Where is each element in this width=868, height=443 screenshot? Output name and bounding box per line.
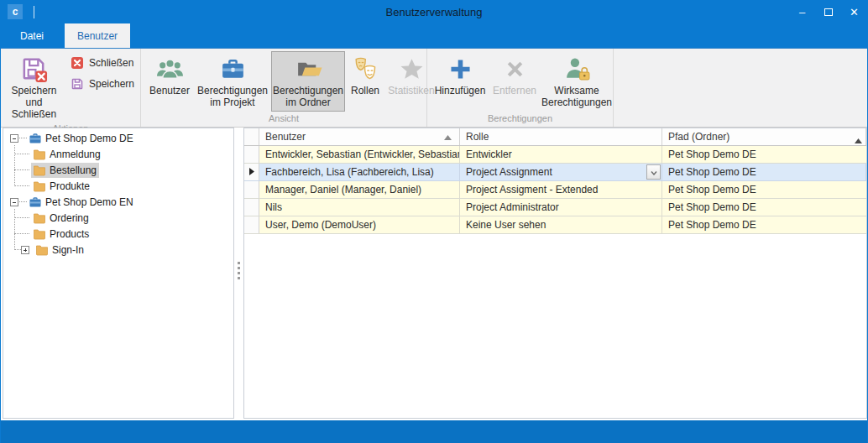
- tree-node-anmeldung[interactable]: Anmeldung: [31, 147, 103, 162]
- rollen-label: Rollen: [351, 86, 379, 97]
- tree-node-project-en[interactable]: Pet Shop Demo EN: [27, 195, 136, 210]
- ribbon-group-berechtigungen: Hinzufügen Entfernen: [427, 49, 614, 127]
- tree-expander[interactable]: [10, 198, 18, 206]
- save-button[interactable]: Speichern: [71, 77, 134, 91]
- row-indicator-cell[interactable]: [244, 181, 259, 198]
- cell-pfad[interactable]: Pet Shop Demo DE: [662, 199, 866, 216]
- column-header-benutzer[interactable]: Benutzer: [259, 128, 460, 145]
- tab-benutzer[interactable]: Benutzer: [65, 23, 130, 48]
- benutzer-view-label: Benutzer: [149, 86, 190, 97]
- cell-pfad[interactable]: Pet Shop Demo DE: [662, 164, 866, 180]
- cell-rolle-editor[interactable]: Project Assignment: [460, 164, 662, 180]
- header-corner-icon[interactable]: [855, 134, 862, 146]
- group-label-berechtigungen: Berechtigungen: [427, 112, 613, 127]
- tree-node-label: Produkte: [50, 180, 90, 192]
- close-icon[interactable]: ✕: [841, 0, 867, 23]
- folder-icon: [35, 243, 49, 257]
- cell-rolle[interactable]: Project Administrator: [460, 199, 662, 216]
- ribbon-tab-row: Datei Benutzer: [1, 23, 867, 48]
- hinzufuegen-button[interactable]: Hinzufügen: [431, 51, 489, 112]
- berechtigungen-ordner-button[interactable]: Berechtigungen im Ordner: [271, 51, 345, 112]
- save-and-close-button[interactable]: Speichern und Schließen: [5, 51, 63, 122]
- column-header-rolle[interactable]: Rolle: [460, 128, 662, 145]
- cell-rolle[interactable]: Project Assigment - Extended: [460, 181, 662, 198]
- app-window: c Benutzerverwaltung – ✕ Datei Benutzer: [0, 0, 868, 443]
- ribbon-group-aktionen: Speichern und Schließen Schließen: [1, 49, 141, 127]
- table-row-selected: Fachbereich, Lisa (Fachbereich, Lisa) Pr…: [244, 164, 866, 181]
- tree-node-label: Sign-In: [52, 244, 84, 256]
- project-icon: [29, 195, 42, 209]
- row-indicator-cell[interactable]: [244, 146, 259, 163]
- cell-benutzer[interactable]: Manager, Daniel (Manager, Daniel): [259, 181, 460, 198]
- main-area: Pet Shop Demo DE Anmeldung: [1, 128, 867, 420]
- cell-pfad[interactable]: Pet Shop Demo DE: [662, 146, 866, 163]
- berechtigungen-ordner-label: Berechtigungen im Ordner: [273, 86, 343, 109]
- role-dropdown-button[interactable]: [646, 164, 661, 180]
- row-indicator-cell[interactable]: [244, 216, 259, 233]
- tree-node-sign-in[interactable]: Sign-In: [34, 242, 86, 258]
- save-and-close-label: Speichern und Schließen: [9, 86, 59, 120]
- berechtigungen-projekt-button[interactable]: Berechtigungen im Projekt: [196, 51, 269, 112]
- table-row: Entwickler, Sebastian (Entwickler, Sebas…: [244, 146, 866, 164]
- splitter-grip-icon: [238, 262, 240, 279]
- tree-expander[interactable]: [10, 134, 18, 143]
- tree-expander[interactable]: [21, 246, 29, 254]
- save-label: Speichern: [89, 78, 134, 90]
- tree-node-bestellung[interactable]: Bestellung: [31, 163, 99, 178]
- ribbon-group-ansicht: Benutzer Berechtigungen im Projekt: [141, 49, 427, 127]
- wirksame-berechtigungen-button[interactable]: Wirksame Berechtigungen: [541, 51, 613, 112]
- cell-benutzer[interactable]: Entwickler, Sebastian (Entwickler, Sebas…: [259, 146, 460, 163]
- window-controls: – ✕: [789, 0, 867, 23]
- row-indicator-cell[interactable]: [244, 164, 259, 180]
- column-header-label: Pfad (Ordner): [668, 131, 729, 143]
- save-close-icon: [20, 55, 48, 83]
- cell-benutzer[interactable]: Fachbereich, Lisa (Fachbereich, Lisa): [259, 164, 460, 180]
- benutzer-view-button[interactable]: Benutzer: [145, 51, 194, 112]
- maximize-icon[interactable]: [815, 0, 841, 23]
- close-view-label: Schließen: [89, 57, 133, 69]
- entfernen-button: Entfernen: [490, 51, 539, 112]
- dropdown-chevron-icon: [651, 166, 657, 178]
- folder-icon: [33, 211, 46, 225]
- cell-pfad[interactable]: Pet Shop Demo DE: [662, 181, 866, 198]
- header-indicator-cell: [244, 128, 259, 145]
- hinzufuegen-label: Hinzufügen: [435, 86, 486, 97]
- row-indicator-cell[interactable]: [244, 199, 259, 216]
- berechtigungen-projekt-label: Berechtigungen im Projekt: [197, 86, 268, 109]
- minimize-icon[interactable]: –: [789, 0, 815, 23]
- cell-benutzer[interactable]: Nils: [259, 199, 460, 216]
- users-icon: [156, 55, 184, 83]
- tree-node-project-de[interactable]: Pet Shop Demo DE: [27, 131, 136, 146]
- group-label-ansicht: Ansicht: [141, 112, 426, 127]
- wirksame-berechtigungen-label: Wirksame Berechtigungen: [541, 86, 612, 109]
- sort-ascending-icon: [444, 131, 452, 143]
- tree-node-products[interactable]: Products: [31, 227, 92, 242]
- quick-access-separator: [34, 6, 34, 18]
- row-indicator-icon: [249, 166, 254, 178]
- tree-node-label: Bestellung: [50, 164, 97, 176]
- tab-datei[interactable]: Datei: [8, 23, 56, 48]
- rollen-button[interactable]: Rollen: [347, 51, 384, 112]
- tree-node-label: Anmeldung: [50, 149, 101, 160]
- cell-pfad[interactable]: Pet Shop Demo DE: [662, 216, 866, 233]
- cell-benutzer[interactable]: User, Demo (DemoUser): [259, 216, 460, 233]
- tree-node-label: Pet Shop Demo DE: [45, 133, 133, 144]
- table-row: Manager, Daniel (Manager, Daniel) Projec…: [244, 181, 866, 199]
- cell-rolle[interactable]: Keine User sehen: [460, 216, 662, 233]
- folder-icon: [33, 180, 46, 193]
- folder-icon: [33, 164, 46, 177]
- close-red-icon: [71, 56, 84, 70]
- entfernen-label: Entfernen: [493, 86, 536, 97]
- panel-splitter[interactable]: [234, 128, 243, 419]
- ribbon: Speichern und Schließen Schließen: [1, 48, 867, 128]
- remove-x-icon: [501, 55, 529, 83]
- tree-node-label: Products: [50, 228, 89, 240]
- cell-rolle[interactable]: Entwickler: [460, 146, 662, 163]
- star-icon: [398, 55, 426, 83]
- table-row: Nils Project Administrator Pet Shop Demo…: [244, 199, 866, 216]
- column-header-pfad[interactable]: Pfad (Ordner): [662, 128, 866, 145]
- tree-node-ordering[interactable]: Ordering: [31, 211, 92, 226]
- tree-node-produkte[interactable]: Produkte: [31, 179, 92, 194]
- masks-icon: [352, 55, 379, 83]
- close-view-button[interactable]: Schließen: [71, 56, 134, 70]
